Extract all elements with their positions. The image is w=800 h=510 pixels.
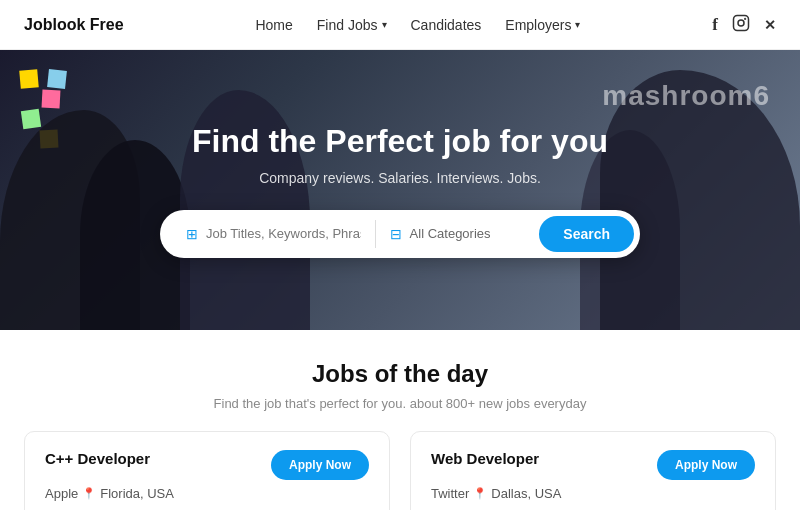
facebook-icon[interactable]: f	[712, 15, 718, 35]
hero-content: Find the Perfect job for you Company rev…	[140, 123, 660, 258]
sticky-note	[47, 69, 67, 89]
nav-home[interactable]: Home	[255, 17, 292, 33]
sticky-note	[21, 109, 41, 129]
hero-subtitle: Company reviews. Salaries. Interviews. J…	[160, 170, 640, 186]
hero-title: Find the Perfect job for you	[160, 123, 640, 160]
svg-point-1	[738, 20, 744, 26]
job-cards-list: C++ Developer Apply Now Apple 📍 Florida,…	[24, 431, 776, 510]
apply-now-button[interactable]: Apply Now	[657, 450, 755, 480]
job-company: Twitter 📍 Dallas, USA	[431, 486, 755, 501]
jobs-header: Jobs of the day Find the job that's perf…	[24, 360, 776, 411]
apply-now-button[interactable]: Apply Now	[271, 450, 369, 480]
social-icons: f ✕	[712, 14, 776, 35]
category-icon: ⊟	[390, 226, 402, 242]
search-input[interactable]	[206, 226, 361, 241]
divider	[375, 220, 376, 248]
location-icon: 📍	[82, 487, 96, 500]
wall-text: mashroom6	[602, 80, 770, 112]
svg-point-2	[745, 19, 746, 20]
job-title: C++ Developer	[45, 450, 150, 467]
sticky-note	[42, 90, 61, 109]
job-card: C++ Developer Apply Now Apple 📍 Florida,…	[24, 431, 390, 510]
instagram-icon[interactable]	[732, 14, 750, 35]
job-card-header: Web Developer Apply Now	[431, 450, 755, 480]
chevron-down-icon: ▾	[382, 19, 387, 30]
jobs-subtitle: Find the job that's perfect for you. abo…	[24, 396, 776, 411]
hero-section: mashroom6 Find the Perfect job for you C…	[0, 50, 800, 330]
job-card-header: C++ Developer Apply Now	[45, 450, 369, 480]
job-company: Apple 📍 Florida, USA	[45, 486, 369, 501]
brand-logo[interactable]: Joblook Free	[24, 16, 124, 34]
search-button[interactable]: Search	[539, 216, 634, 252]
grid-icon: ⊞	[186, 226, 198, 242]
nav-links: Home Find Jobs ▾ Candidates Employers ▾	[255, 17, 580, 33]
jobs-title: Jobs of the day	[24, 360, 776, 388]
job-title: Web Developer	[431, 450, 539, 467]
sticky-note	[19, 69, 39, 89]
navbar: Joblook Free Home Find Jobs ▾ Candidates…	[0, 0, 800, 50]
chevron-down-icon: ▾	[575, 19, 580, 30]
nav-candidates[interactable]: Candidates	[411, 17, 482, 33]
nav-employers[interactable]: Employers ▾	[505, 17, 580, 33]
category-text[interactable]: All Categories	[410, 226, 491, 241]
jobs-section: Jobs of the day Find the job that's perf…	[0, 330, 800, 510]
keyword-field: ⊞	[176, 226, 371, 242]
nav-find-jobs[interactable]: Find Jobs ▾	[317, 17, 387, 33]
svg-rect-0	[734, 16, 749, 31]
search-bar: ⊞ ⊟ All Categories Search	[160, 210, 640, 258]
job-card: Web Developer Apply Now Twitter 📍 Dallas…	[410, 431, 776, 510]
x-twitter-icon[interactable]: ✕	[764, 17, 776, 33]
location-icon: 📍	[473, 487, 487, 500]
category-field: ⊟ All Categories	[380, 226, 540, 242]
